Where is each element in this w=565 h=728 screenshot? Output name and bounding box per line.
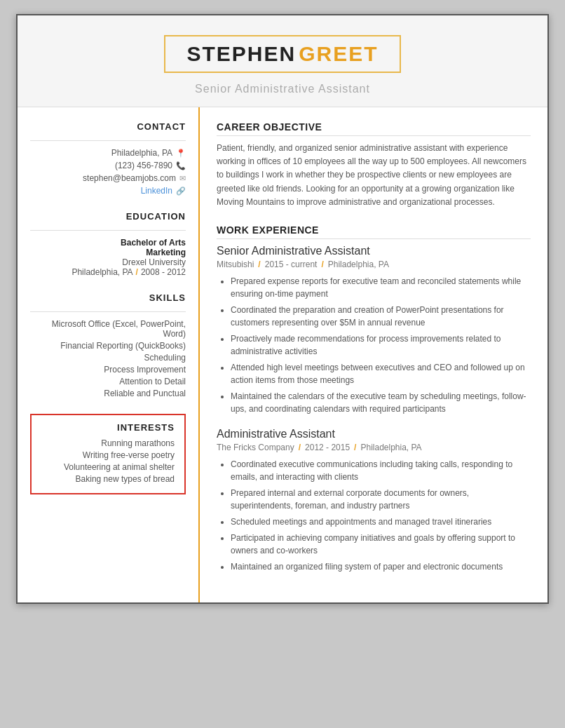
skill-item: Microsoft Office (Excel, PowerPoint, Wor…	[30, 319, 186, 339]
linkedin-icon: 🔗	[176, 187, 186, 196]
edu-slash: /	[136, 267, 138, 277]
resume-document: STEPHEN GREET Senior Administrative Assi…	[16, 14, 549, 604]
job-title-1: Senior Administrative Assistant	[217, 245, 531, 257]
phone-icon: 📞	[176, 161, 186, 170]
edu-degree: Bachelor of Arts	[30, 238, 186, 248]
interests-section: INTERESTS Running marathons Writing free…	[30, 414, 186, 494]
skills-section: SKILLS Microsoft Office (Excel, PowerPoi…	[30, 292, 186, 398]
objective-title: CAREER OBJECTIVE	[217, 121, 531, 136]
bullet-item: Coordinated the preparation and creation…	[231, 304, 531, 329]
objective-section: CAREER OBJECTIVE Patient, friendly, and …	[217, 121, 531, 209]
job-company-2: The Fricks Company	[217, 443, 294, 452]
contact-location: Philadelphia, PA 📍	[30, 148, 186, 158]
body-layout: CONTACT Philadelphia, PA 📍 (123) 456-789…	[18, 107, 547, 602]
work-title: WORK EXPERIENCE	[217, 224, 531, 239]
interest-item: Running marathons	[41, 438, 175, 448]
job-bullets-2: Coordinated executive communications inc…	[217, 458, 531, 573]
interest-item: Baking new types of bread	[41, 474, 175, 484]
left-column: CONTACT Philadelphia, PA 📍 (123) 456-789…	[18, 107, 200, 602]
email-icon: ✉	[179, 174, 186, 183]
edu-major: Marketing	[30, 248, 186, 257]
contact-email: stephen@beamjobs.com ✉	[30, 173, 186, 183]
contact-location-text: Philadelphia, PA	[111, 148, 172, 158]
slash-icon-1: /	[258, 259, 260, 269]
skill-item: Attention to Detail	[30, 377, 186, 386]
job-period-2: 2012 - 2015	[305, 443, 350, 452]
skills-list: Microsoft Office (Excel, PowerPoint, Wor…	[30, 319, 186, 398]
skill-item: Process Improvement	[30, 365, 186, 375]
bullet-item: Prepared internal and external corporate…	[231, 487, 531, 512]
resume-header: STEPHEN GREET Senior Administrative Assi…	[18, 15, 547, 107]
last-name: GREET	[299, 42, 378, 65]
skill-item: Reliable and Punctual	[30, 389, 186, 398]
bullet-item: Attended high level meetings between exe…	[231, 361, 531, 386]
interests-list: Running marathons Writing free-verse poe…	[41, 438, 175, 484]
job-meta-2: The Fricks Company / 2012 - 2015 / Phila…	[217, 443, 531, 452]
interest-item: Volunteering at animal shelter	[41, 462, 175, 472]
bullet-item: Prepared expense reports for executive t…	[231, 275, 531, 300]
slash-icon-2: /	[321, 259, 323, 269]
skill-item: Financial Reporting (QuickBooks)	[30, 341, 186, 351]
interests-box: INTERESTS Running marathons Writing free…	[30, 414, 186, 494]
edu-location: Philadelphia, PA	[72, 267, 132, 277]
interest-item: Writing free-verse poetry	[41, 450, 175, 460]
location-icon: 📍	[176, 149, 186, 158]
education-entry: Bachelor of Arts Marketing Drexel Univer…	[30, 238, 186, 277]
education-title: EDUCATION	[30, 211, 186, 224]
bullet-item: Coordinated executive communications inc…	[231, 458, 531, 483]
bullet-item: Proactively made recommendations for pro…	[231, 332, 531, 358]
job-meta-1: Mitsubishi / 2015 - current / Philadelph…	[217, 259, 531, 269]
first-name: STEPHEN	[186, 42, 296, 65]
skill-item: Scheduling	[30, 353, 186, 363]
work-section: WORK EXPERIENCE Senior Administrative As…	[217, 224, 531, 573]
right-column: CAREER OBJECTIVE Patient, friendly, and …	[200, 107, 547, 602]
linkedin-link[interactable]: LinkedIn	[141, 186, 172, 196]
job-entry-1: Senior Administrative Assistant Mitsubis…	[217, 245, 531, 415]
contact-phone: (123) 456-7890 📞	[30, 161, 186, 170]
job-title-header: Senior Administrative Assistant	[32, 83, 533, 95]
contact-email-text: stephen@beamjobs.com	[83, 173, 176, 183]
bullet-item: Scheduled meetings and appointments and …	[231, 515, 531, 528]
job-title-2: Administrative Assistant	[217, 428, 531, 440]
job-entry-2: Administrative Assistant The Fricks Comp…	[217, 428, 531, 573]
skills-title: SKILLS	[30, 292, 186, 306]
contact-title: CONTACT	[30, 121, 186, 135]
contact-linkedin[interactable]: LinkedIn 🔗	[30, 186, 186, 196]
job-period-1: 2015 - current	[265, 259, 318, 269]
slash-icon-4: /	[354, 443, 356, 452]
job-company-1: Mitsubishi	[217, 259, 254, 269]
edu-school: Drexel University	[30, 257, 186, 267]
bullet-item: Participated in achieving company initia…	[231, 532, 531, 557]
job-location-1: Philadelphia, PA	[328, 259, 389, 269]
contact-section: CONTACT Philadelphia, PA 📍 (123) 456-789…	[30, 121, 186, 196]
contact-phone-text: (123) 456-7890	[115, 161, 172, 170]
education-section: EDUCATION Bachelor of Arts Marketing Dre…	[30, 211, 186, 277]
objective-text: Patient, friendly, and organized senior …	[217, 142, 531, 209]
bullet-item: Maintained the calendars of the executiv…	[231, 390, 531, 415]
edu-details: Philadelphia, PA / 2008 - 2012	[30, 267, 186, 277]
edu-years: 2008 - 2012	[141, 267, 186, 277]
interests-title: INTERESTS	[41, 422, 175, 433]
job-location-2: Philadelphia, PA	[360, 443, 421, 452]
name-box: STEPHEN GREET	[164, 35, 400, 73]
job-bullets-1: Prepared expense reports for executive t…	[217, 275, 531, 415]
slash-icon-3: /	[299, 443, 301, 452]
bullet-item: Maintained an organized filing system of…	[231, 560, 531, 573]
